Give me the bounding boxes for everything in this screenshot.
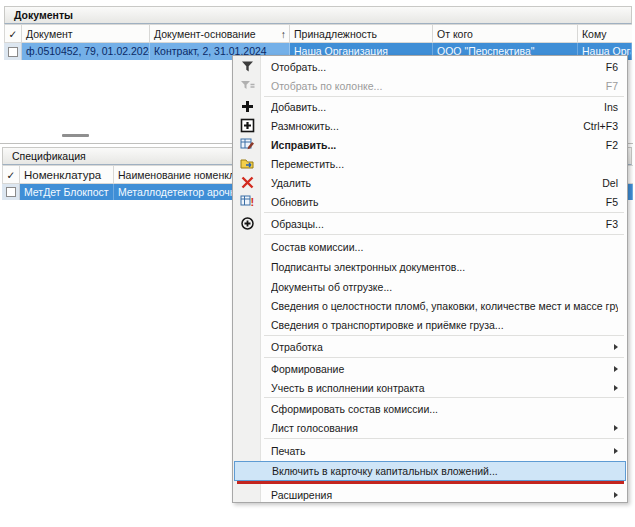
target-plus-icon	[240, 216, 255, 231]
refresh-table-icon: !	[240, 194, 255, 209]
menu-item-move[interactable]: Переместить...	[234, 154, 626, 173]
spec-row-check-cell[interactable]	[2, 184, 20, 200]
menu-item-shipping-docs[interactable]: Документы об отгрузке...	[234, 277, 626, 296]
menu-item-processing[interactable]: Отработка	[234, 337, 626, 356]
submenu-arrow-icon	[614, 425, 618, 431]
filter-by-column-icon	[240, 78, 255, 93]
spec-row-checkbox[interactable]	[6, 187, 16, 197]
menu-separator	[264, 397, 624, 398]
row-check-cell[interactable]	[4, 43, 22, 60]
svg-text:!: !	[251, 196, 255, 208]
submenu-arrow-icon	[614, 448, 618, 454]
cell-nomenclature[interactable]: МетДет Блокпост	[20, 184, 114, 200]
menu-item-filter[interactable]: Отобрать... F6	[234, 57, 626, 76]
menu-item-account-in-contract[interactable]: Учесть в исполнении контракта	[234, 378, 626, 397]
menu-item-delete[interactable]: Удалить Del	[234, 173, 626, 192]
app-window: Документы ✓ Документ Документ-основание …	[0, 0, 635, 527]
column-header-to[interactable]: Кому	[578, 24, 632, 43]
plus-icon	[240, 99, 255, 114]
submenu-arrow-icon	[614, 385, 618, 391]
move-icon	[240, 156, 255, 171]
menu-item-add[interactable]: Добавить... Ins	[234, 97, 626, 116]
column-header-base-document[interactable]: Документ-основание ↑	[150, 24, 290, 43]
menu-item-duplicate[interactable]: Размножить... Ctrl+F3	[234, 116, 626, 135]
menu-item-refresh[interactable]: ! Обновить F5	[234, 192, 626, 211]
column-header-document[interactable]: Документ	[22, 24, 150, 43]
column-header-label: Документ-основание	[154, 28, 256, 40]
menu-item-include-in-capital-card[interactable]: Включить в карточку капитальных вложений…	[234, 461, 626, 481]
submenu-arrow-icon	[614, 492, 618, 498]
menu-item-filter-by-column[interactable]: Отобрать по колонке... F7	[234, 76, 626, 95]
menu-item-seal-integrity-info[interactable]: Сведения о целостности пломб, упаковки, …	[234, 296, 626, 315]
documents-table-header: ✓ Документ Документ-основание ↑ Принадле…	[4, 24, 632, 43]
red-annotation-line	[237, 481, 624, 484]
submenu-arrow-icon	[614, 344, 618, 350]
check-column-header[interactable]: ✓	[4, 24, 22, 43]
delete-icon	[240, 175, 255, 190]
menu-item-voting-sheet[interactable]: Лист голосования	[234, 418, 626, 437]
sort-ascending-icon: ↑	[281, 25, 286, 43]
menu-item-extensions[interactable]: Расширения	[234, 485, 626, 504]
menu-separator	[264, 335, 624, 336]
spec-check-column-header[interactable]: ✓	[2, 165, 20, 184]
documents-panel-title: Документы	[4, 6, 632, 24]
menu-separator	[264, 357, 624, 358]
table-edit-icon	[240, 137, 255, 152]
submenu-arrow-icon	[614, 366, 618, 372]
menu-separator	[264, 212, 624, 213]
menu-item-edit[interactable]: Исправить... F2	[234, 135, 626, 154]
menu-separator	[264, 438, 624, 439]
column-header-belonging[interactable]: Принадлежность	[290, 24, 433, 43]
menu-item-print[interactable]: Печать	[234, 441, 626, 460]
row-checkbox[interactable]	[8, 47, 18, 57]
menu-item-samples[interactable]: Образцы... F3	[234, 214, 626, 233]
context-menu: Отобрать... F6 Отобрать по колонке... F7…	[232, 55, 628, 503]
menu-item-signers[interactable]: Подписанты электронных документов...	[234, 257, 626, 276]
column-header-nomenclature[interactable]: Номенклатура	[20, 165, 114, 184]
column-header-from[interactable]: От кого	[433, 24, 578, 43]
panel-splitter-handle[interactable]	[62, 134, 89, 137]
menu-item-form-commission[interactable]: Сформировать состав комиссии...	[234, 399, 626, 418]
menu-separator	[264, 234, 624, 235]
filter-icon	[240, 59, 255, 74]
menu-item-commission-composition[interactable]: Состав комиссии...	[234, 237, 626, 256]
cell-document[interactable]: ф.0510452, 79, 01.02.2024	[22, 43, 150, 60]
menu-item-transport-acceptance-info[interactable]: Сведения о транспортировке и приёмке гру…	[234, 315, 626, 334]
menu-item-formation[interactable]: Формирование	[234, 359, 626, 378]
plus-box-icon	[240, 118, 255, 133]
